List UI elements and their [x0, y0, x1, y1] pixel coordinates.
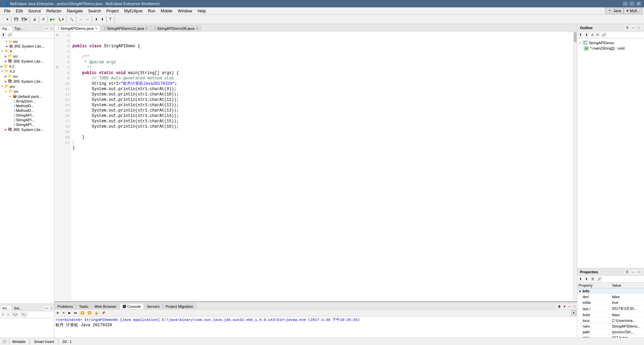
- menu-item-mobile[interactable]: Mobile: [158, 8, 175, 14]
- menu-item-search[interactable]: Search: [86, 8, 104, 14]
- tab-tasks[interactable]: Tasks: [76, 303, 91, 309]
- remove-button[interactable]: −: [6, 312, 10, 317]
- close-tab-icon[interactable]: ✕: [95, 27, 98, 30]
- outline-tb3[interactable]: A: [590, 32, 595, 38]
- category-expand-icon[interactable]: ▼: [579, 290, 582, 293]
- outline-item-class[interactable]: ▼ C StringAPIDemo: [579, 40, 643, 46]
- perspective-java[interactable]: ☕ Java: [605, 8, 623, 14]
- console-tb-btn2[interactable]: ✕: [61, 310, 66, 316]
- props-maximize-btn[interactable]: □: [637, 269, 641, 275]
- outline-tb1[interactable]: ⬆: [578, 32, 583, 38]
- minimize-button[interactable]: —: [623, 1, 628, 6]
- tab-project-migration[interactable]: Project Migration: [163, 303, 197, 309]
- new-button[interactable]: 📄▾: [1, 16, 10, 22]
- tab-console[interactable]: ⬛Console: [119, 303, 144, 309]
- window-controls[interactable]: — □ ✕: [623, 1, 641, 6]
- refresh-button[interactable]: ↺: [41, 16, 46, 22]
- minimize-left-button[interactable]: —: [44, 26, 50, 31]
- maximize-bottom-left[interactable]: □: [50, 305, 54, 311]
- props-tb2[interactable]: ⬇: [584, 276, 589, 282]
- tree-item-stringapi2[interactable]: J StringAPI...: [1, 118, 53, 122]
- open-type-button[interactable]: T: [108, 16, 113, 22]
- add-button[interactable]: +: [1, 312, 5, 317]
- editor-scrollbar[interactable]: [573, 31, 577, 301]
- tree-item[interactable]: ▼ 📁 4: [1, 49, 53, 54]
- tree-item[interactable]: ▼ 📁 src: [1, 89, 53, 94]
- tree-item[interactable]: ▶ 📁 src: [1, 74, 53, 79]
- back-button[interactable]: ←: [78, 16, 84, 22]
- props-minimize-btn[interactable]: —: [631, 269, 636, 275]
- tree-item-arraydem[interactable]: J ArrayDem...: [1, 99, 53, 104]
- tree-item-methodd2[interactable]: J MethodD...: [1, 108, 53, 113]
- tree-item[interactable]: ▶ 📁 4.2: [1, 64, 53, 69]
- props-tb1[interactable]: ⬆: [578, 276, 583, 282]
- outline-tb4[interactable]: F: [595, 32, 600, 38]
- menu-item-edit[interactable]: Edit: [13, 8, 25, 14]
- tab-problems[interactable]: Problems: [54, 303, 76, 309]
- menu-item-refactor[interactable]: Refactor: [44, 8, 64, 14]
- maximize-button[interactable]: □: [629, 1, 635, 6]
- maximize-left-button[interactable]: □: [50, 26, 54, 31]
- collapse-all-button[interactable]: ⬆: [1, 32, 6, 38]
- tree-item[interactable]: ▶ 📚 JRE System Libr...: [1, 79, 53, 84]
- outline-menu-btn[interactable]: ☰: [625, 25, 630, 30]
- console-clear-button[interactable]: 🗑: [556, 304, 562, 309]
- minimize-bottom-left[interactable]: —: [44, 305, 50, 311]
- console-maximize-button[interactable]: □: [573, 304, 577, 309]
- console-minimize-button[interactable]: —: [567, 304, 573, 309]
- menu-item-myeclipse[interactable]: MyEclipse: [121, 8, 145, 14]
- prev-anno-button[interactable]: ⬆: [100, 16, 105, 22]
- zoom-out-button[interactable]: 🔍−: [20, 312, 28, 317]
- run-button[interactable]: ▶▾: [49, 16, 56, 22]
- tree-item-stringapi1[interactable]: J StringAPI...: [1, 113, 53, 118]
- debug-button[interactable]: 🐛▾: [57, 16, 65, 22]
- menu-item-window[interactable]: Window: [175, 8, 195, 14]
- tree-item-jresys[interactable]: ▶ 📚 JRE System Libr...: [1, 127, 53, 132]
- tree-item-stringapi3[interactable]: J StringAPI...: [1, 122, 53, 127]
- console-terminate-button[interactable]: ■: [562, 304, 567, 309]
- tree-item[interactable]: ▼ 📁 src: [1, 39, 53, 44]
- perspective-myeclipse[interactable]: ✦ MyE...: [624, 8, 643, 14]
- tree-item[interactable]: ▶ 📚 JRE System Libr...: [1, 59, 53, 64]
- tab-servers[interactable]: Servers: [144, 303, 163, 309]
- code-editor[interactable]: ⊟ ⊟: [54, 31, 577, 301]
- menu-item-source[interactable]: Source: [25, 8, 44, 14]
- menu-item-run[interactable]: Run: [145, 8, 158, 14]
- tab-stringapidemo12[interactable]: J StringAPIDemo12.java ✕: [101, 25, 151, 31]
- tree-item-pro[interactable]: ▼ 📁 pro: [1, 84, 53, 89]
- outline-maximize-btn[interactable]: □: [637, 25, 641, 30]
- console-tb-btn6[interactable]: ⏫: [86, 310, 93, 316]
- tab-im[interactable]: Im...: [0, 305, 12, 311]
- menu-item-navigate[interactable]: Navigate: [64, 8, 85, 14]
- search-button[interactable]: 🔍: [68, 16, 75, 22]
- console-dropdown[interactable]: ▾: [571, 310, 576, 316]
- next-anno-button[interactable]: ⬇: [94, 16, 99, 22]
- console-pin-button[interactable]: 📌: [100, 310, 107, 316]
- props-tb3[interactable]: ☰: [590, 276, 595, 282]
- tree-item-methodd1[interactable]: J MethodD...: [1, 104, 53, 108]
- close-button[interactable]: ✕: [636, 1, 641, 6]
- save-button[interactable]: 💾: [13, 16, 19, 22]
- tree-item[interactable]: ▼ 📁 4.3: [1, 69, 53, 74]
- tab-package-explorer[interactable]: Pa...: [0, 26, 12, 31]
- tab-type-hierarchy[interactable]: Typ...: [12, 26, 26, 31]
- console-tb-btn3[interactable]: ▶: [67, 310, 72, 316]
- print-button[interactable]: 🖨: [32, 16, 38, 22]
- code-content[interactable]: public class StringAPIDemo { /** * @para…: [71, 31, 573, 301]
- close-tab-icon2[interactable]: ✕: [145, 27, 148, 30]
- zoom-in-button[interactable]: 🔍+: [11, 312, 19, 317]
- menu-item-help[interactable]: Help: [195, 8, 209, 14]
- menu-item-project[interactable]: Project: [104, 8, 121, 14]
- outline-item-method[interactable]: m ⁸ main(String[]) : void: [579, 46, 643, 51]
- outline-minimize-btn[interactable]: —: [631, 25, 636, 30]
- console-tb-btn4[interactable]: ⏭: [73, 310, 78, 316]
- tab-stringapidemo[interactable]: J StringAPIDemo.java ✕: [54, 25, 101, 31]
- tab-webbrowser[interactable]: Web Browser: [92, 303, 120, 309]
- tree-item[interactable]: ▼ 📦 (default pack...: [1, 94, 53, 99]
- tree-item[interactable]: ▶ 📁 src: [1, 54, 53, 59]
- outline-tb5[interactable]: 🔗: [601, 32, 607, 38]
- props-menu-btn[interactable]: ☰: [625, 269, 630, 275]
- save-all-button[interactable]: 💾▾: [20, 16, 29, 22]
- props-tb4[interactable]: 🔗: [596, 276, 602, 282]
- tab-stringapidemo06[interactable]: J StringAPIDemo06.java ✕: [151, 25, 201, 31]
